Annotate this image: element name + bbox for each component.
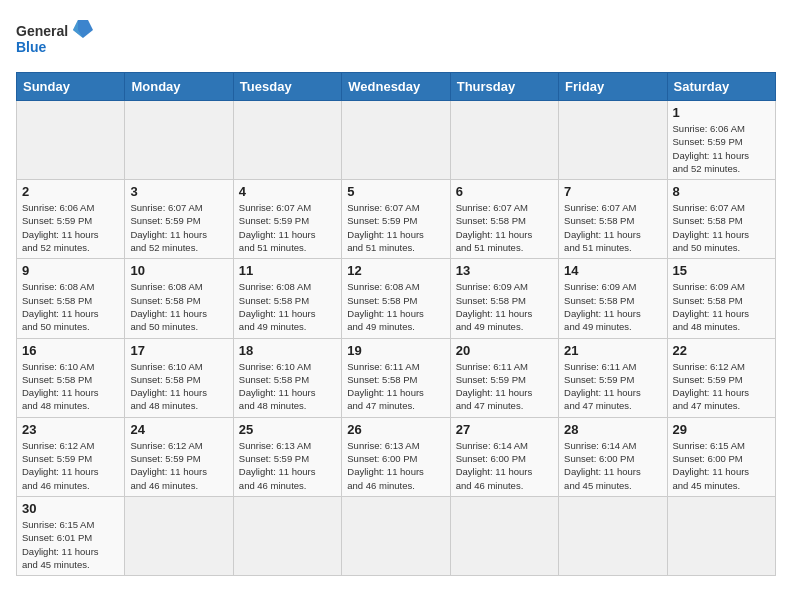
day-info: Sunrise: 6:08 AM Sunset: 5:58 PM Dayligh… [130,280,227,333]
day-info: Sunrise: 6:08 AM Sunset: 5:58 PM Dayligh… [22,280,119,333]
day-number: 11 [239,263,336,278]
calendar-cell: 17Sunrise: 6:10 AM Sunset: 5:58 PM Dayli… [125,338,233,417]
calendar-cell: 1Sunrise: 6:06 AM Sunset: 5:59 PM Daylig… [667,101,775,180]
calendar-cell: 2Sunrise: 6:06 AM Sunset: 5:59 PM Daylig… [17,180,125,259]
calendar-cell: 14Sunrise: 6:09 AM Sunset: 5:58 PM Dayli… [559,259,667,338]
day-info: Sunrise: 6:14 AM Sunset: 6:00 PM Dayligh… [456,439,553,492]
day-number: 24 [130,422,227,437]
calendar-week-row: 23Sunrise: 6:12 AM Sunset: 5:59 PM Dayli… [17,417,776,496]
day-number: 18 [239,343,336,358]
day-number: 6 [456,184,553,199]
day-number: 14 [564,263,661,278]
day-info: Sunrise: 6:07 AM Sunset: 5:58 PM Dayligh… [564,201,661,254]
day-info: Sunrise: 6:11 AM Sunset: 5:59 PM Dayligh… [564,360,661,413]
calendar-cell: 27Sunrise: 6:14 AM Sunset: 6:00 PM Dayli… [450,417,558,496]
calendar-week-row: 2Sunrise: 6:06 AM Sunset: 5:59 PM Daylig… [17,180,776,259]
calendar-cell: 7Sunrise: 6:07 AM Sunset: 5:58 PM Daylig… [559,180,667,259]
day-info: Sunrise: 6:07 AM Sunset: 5:59 PM Dayligh… [347,201,444,254]
calendar-week-row: 9Sunrise: 6:08 AM Sunset: 5:58 PM Daylig… [17,259,776,338]
calendar-cell [17,101,125,180]
weekday-header-row: SundayMondayTuesdayWednesdayThursdayFrid… [17,73,776,101]
day-number: 20 [456,343,553,358]
day-info: Sunrise: 6:11 AM Sunset: 5:58 PM Dayligh… [347,360,444,413]
day-info: Sunrise: 6:15 AM Sunset: 6:00 PM Dayligh… [673,439,770,492]
calendar-cell: 28Sunrise: 6:14 AM Sunset: 6:00 PM Dayli… [559,417,667,496]
day-info: Sunrise: 6:12 AM Sunset: 5:59 PM Dayligh… [673,360,770,413]
day-number: 26 [347,422,444,437]
day-number: 23 [22,422,119,437]
day-info: Sunrise: 6:10 AM Sunset: 5:58 PM Dayligh… [130,360,227,413]
day-info: Sunrise: 6:13 AM Sunset: 5:59 PM Dayligh… [239,439,336,492]
day-info: Sunrise: 6:12 AM Sunset: 5:59 PM Dayligh… [22,439,119,492]
day-info: Sunrise: 6:11 AM Sunset: 5:59 PM Dayligh… [456,360,553,413]
day-number: 28 [564,422,661,437]
weekday-header-wednesday: Wednesday [342,73,450,101]
day-info: Sunrise: 6:08 AM Sunset: 5:58 PM Dayligh… [239,280,336,333]
calendar-cell: 6Sunrise: 6:07 AM Sunset: 5:58 PM Daylig… [450,180,558,259]
calendar-cell [233,101,341,180]
day-info: Sunrise: 6:10 AM Sunset: 5:58 PM Dayligh… [22,360,119,413]
day-number: 2 [22,184,119,199]
calendar-cell: 4Sunrise: 6:07 AM Sunset: 5:59 PM Daylig… [233,180,341,259]
calendar-cell [342,101,450,180]
day-info: Sunrise: 6:07 AM Sunset: 5:58 PM Dayligh… [673,201,770,254]
calendar-cell: 3Sunrise: 6:07 AM Sunset: 5:59 PM Daylig… [125,180,233,259]
calendar-cell: 22Sunrise: 6:12 AM Sunset: 5:59 PM Dayli… [667,338,775,417]
calendar-cell: 15Sunrise: 6:09 AM Sunset: 5:58 PM Dayli… [667,259,775,338]
calendar-cell [125,496,233,575]
logo-svg: General Blue [16,16,96,60]
day-info: Sunrise: 6:06 AM Sunset: 5:59 PM Dayligh… [673,122,770,175]
calendar-cell [559,496,667,575]
day-number: 5 [347,184,444,199]
weekday-header-friday: Friday [559,73,667,101]
day-info: Sunrise: 6:07 AM Sunset: 5:59 PM Dayligh… [130,201,227,254]
calendar-cell: 21Sunrise: 6:11 AM Sunset: 5:59 PM Dayli… [559,338,667,417]
calendar-table: SundayMondayTuesdayWednesdayThursdayFrid… [16,72,776,576]
calendar-cell: 25Sunrise: 6:13 AM Sunset: 5:59 PM Dayli… [233,417,341,496]
calendar-cell: 19Sunrise: 6:11 AM Sunset: 5:58 PM Dayli… [342,338,450,417]
day-number: 16 [22,343,119,358]
calendar-cell: 24Sunrise: 6:12 AM Sunset: 5:59 PM Dayli… [125,417,233,496]
calendar-cell: 23Sunrise: 6:12 AM Sunset: 5:59 PM Dayli… [17,417,125,496]
calendar-week-row: 1Sunrise: 6:06 AM Sunset: 5:59 PM Daylig… [17,101,776,180]
calendar-cell: 20Sunrise: 6:11 AM Sunset: 5:59 PM Dayli… [450,338,558,417]
day-info: Sunrise: 6:07 AM Sunset: 5:58 PM Dayligh… [456,201,553,254]
day-number: 30 [22,501,119,516]
calendar-cell: 13Sunrise: 6:09 AM Sunset: 5:58 PM Dayli… [450,259,558,338]
day-info: Sunrise: 6:09 AM Sunset: 5:58 PM Dayligh… [456,280,553,333]
calendar-cell [559,101,667,180]
day-number: 25 [239,422,336,437]
day-number: 15 [673,263,770,278]
calendar-cell: 29Sunrise: 6:15 AM Sunset: 6:00 PM Dayli… [667,417,775,496]
day-number: 21 [564,343,661,358]
calendar-cell: 26Sunrise: 6:13 AM Sunset: 6:00 PM Dayli… [342,417,450,496]
day-info: Sunrise: 6:07 AM Sunset: 5:59 PM Dayligh… [239,201,336,254]
day-number: 10 [130,263,227,278]
weekday-header-thursday: Thursday [450,73,558,101]
weekday-header-monday: Monday [125,73,233,101]
calendar-week-row: 16Sunrise: 6:10 AM Sunset: 5:58 PM Dayli… [17,338,776,417]
day-info: Sunrise: 6:10 AM Sunset: 5:58 PM Dayligh… [239,360,336,413]
svg-text:General: General [16,23,68,39]
calendar-cell: 11Sunrise: 6:08 AM Sunset: 5:58 PM Dayli… [233,259,341,338]
svg-text:Blue: Blue [16,39,47,55]
day-info: Sunrise: 6:14 AM Sunset: 6:00 PM Dayligh… [564,439,661,492]
calendar-cell [342,496,450,575]
calendar-cell [450,496,558,575]
calendar-cell: 18Sunrise: 6:10 AM Sunset: 5:58 PM Dayli… [233,338,341,417]
weekday-header-saturday: Saturday [667,73,775,101]
day-info: Sunrise: 6:09 AM Sunset: 5:58 PM Dayligh… [564,280,661,333]
calendar-cell: 10Sunrise: 6:08 AM Sunset: 5:58 PM Dayli… [125,259,233,338]
calendar-cell: 30Sunrise: 6:15 AM Sunset: 6:01 PM Dayli… [17,496,125,575]
calendar-cell: 5Sunrise: 6:07 AM Sunset: 5:59 PM Daylig… [342,180,450,259]
day-number: 7 [564,184,661,199]
calendar-cell [125,101,233,180]
day-number: 3 [130,184,227,199]
calendar-cell [667,496,775,575]
calendar-cell: 12Sunrise: 6:08 AM Sunset: 5:58 PM Dayli… [342,259,450,338]
day-number: 29 [673,422,770,437]
day-info: Sunrise: 6:12 AM Sunset: 5:59 PM Dayligh… [130,439,227,492]
day-number: 1 [673,105,770,120]
day-number: 27 [456,422,553,437]
day-info: Sunrise: 6:08 AM Sunset: 5:58 PM Dayligh… [347,280,444,333]
